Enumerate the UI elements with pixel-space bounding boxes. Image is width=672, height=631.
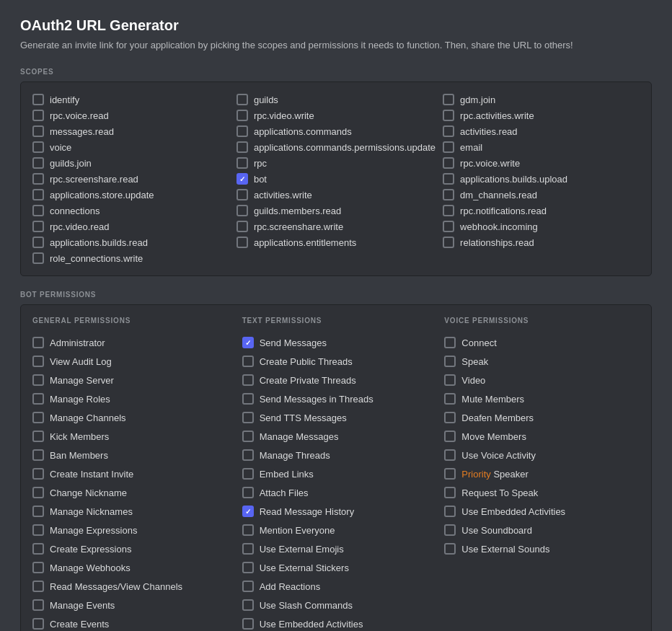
scope-checkbox-rpc.video.read[interactable] <box>32 221 44 232</box>
perm-checkbox-use_voice_activity[interactable] <box>444 449 456 461</box>
perm-checkbox-use_external_emojis[interactable] <box>242 543 254 555</box>
perm-checkbox-move_members[interactable] <box>444 431 456 442</box>
scope-item: identify <box>32 94 229 105</box>
perm-checkbox-create_private_threads[interactable] <box>242 374 254 386</box>
scope-checkbox-email[interactable] <box>443 141 454 153</box>
perm-checkbox-priority_speaker[interactable] <box>444 468 456 480</box>
scope-checkbox-guilds.join[interactable] <box>32 157 44 169</box>
scope-label-rpc.screenshare.read: rpc.screenshare.read <box>50 174 138 185</box>
perm-checkbox-kick_members[interactable] <box>32 431 44 442</box>
scope-label-rpc.voice.write: rpc.voice.write <box>460 158 520 169</box>
scope-checkbox-connections[interactable] <box>32 205 44 216</box>
scope-label-gdm.join: gdm.join <box>460 94 495 105</box>
perm-item: Speak <box>444 352 632 371</box>
scope-checkbox-applications.commands[interactable] <box>236 125 248 137</box>
perm-item: Send TTS Messages <box>242 408 430 427</box>
perm-checkbox-send_messages[interactable] <box>242 337 254 348</box>
perm-checkbox-manage_webhooks[interactable] <box>32 562 44 573</box>
scope-checkbox-applications.store.update[interactable] <box>32 189 44 200</box>
perm-checkbox-view_audit_log[interactable] <box>32 356 44 367</box>
perm-checkbox-request_to_speak[interactable] <box>444 487 456 498</box>
perm-checkbox-administrator[interactable] <box>32 337 44 348</box>
scope-checkbox-relationships.read[interactable] <box>443 237 454 248</box>
perm-checkbox-create_events[interactable] <box>32 618 44 630</box>
scope-item: rpc.screenshare.read <box>32 173 229 185</box>
scope-checkbox-applications.commands.permissions.update[interactable] <box>236 141 248 153</box>
scope-checkbox-rpc.screenshare.read[interactable] <box>32 173 44 185</box>
perm-checkbox-attach_files[interactable] <box>242 487 254 498</box>
scope-checkbox-activities.write[interactable] <box>236 189 248 200</box>
perm-checkbox-manage_server[interactable] <box>32 374 44 386</box>
scope-item: activities.read <box>443 125 640 137</box>
perm-item: Create Events <box>32 614 228 631</box>
scope-checkbox-guilds.members.read[interactable] <box>236 205 248 216</box>
perm-checkbox-manage_nicknames[interactable] <box>32 506 44 517</box>
scope-checkbox-messages.read[interactable] <box>32 125 44 137</box>
perm-checkbox-mute_members[interactable] <box>444 393 456 405</box>
perm-checkbox-speak[interactable] <box>444 356 456 367</box>
perm-checkbox-use_embedded_activities_text[interactable] <box>242 618 254 630</box>
perm-item: Use Slash Commands <box>242 596 430 614</box>
perm-checkbox-add_reactions[interactable] <box>242 581 254 592</box>
perm-checkbox-manage_events[interactable] <box>32 599 44 611</box>
perm-checkbox-manage_threads[interactable] <box>242 449 254 461</box>
perm-checkbox-send_messages_in_threads[interactable] <box>242 393 254 405</box>
perm-checkbox-use_slash_commands[interactable] <box>242 599 254 611</box>
scope-item: rpc.activities.write <box>443 110 640 121</box>
perm-item: Create Expressions <box>32 539 228 558</box>
perm-checkbox-read_message_history[interactable] <box>242 506 254 517</box>
page-title: OAuth2 URL Generator <box>20 17 652 34</box>
perm-checkbox-manage_channels[interactable] <box>32 412 44 423</box>
scope-checkbox-applications.builds.read[interactable] <box>32 237 44 248</box>
perm-checkbox-manage_messages[interactable] <box>242 431 254 442</box>
perm-label-request_to_speak: Request To Speak <box>461 487 538 498</box>
page-description: Generate an invite link for your applica… <box>20 40 652 50</box>
scope-checkbox-rpc.voice.read[interactable] <box>32 110 44 121</box>
perm-checkbox-deafen_members[interactable] <box>444 412 456 423</box>
scope-label-rpc.voice.read: rpc.voice.read <box>50 110 109 121</box>
perm-checkbox-embed_links[interactable] <box>242 468 254 480</box>
scope-checkbox-dm_channels.read[interactable] <box>443 189 454 200</box>
scope-checkbox-bot[interactable] <box>236 173 248 185</box>
scope-checkbox-rpc.notifications.read[interactable] <box>443 205 454 216</box>
scope-checkbox-rpc[interactable] <box>236 157 248 169</box>
perm-checkbox-ban_members[interactable] <box>32 449 44 461</box>
scope-checkbox-rpc.activities.write[interactable] <box>443 110 454 121</box>
perm-label-mention_everyone: Mention Everyone <box>260 525 335 536</box>
scope-checkbox-identify[interactable] <box>32 94 44 105</box>
perm-checkbox-video[interactable] <box>444 374 456 386</box>
perm-checkbox-mention_everyone[interactable] <box>242 524 254 536</box>
perm-checkbox-read_messages_view_channels[interactable] <box>32 581 44 592</box>
perm-item: Administrator <box>32 333 228 352</box>
perm-label-read_message_history: Read Message History <box>260 506 355 517</box>
scope-label-applications.commands.permissions.update: applications.commands.permissions.update <box>254 142 436 153</box>
perm-item: Use External Emojis <box>242 539 430 558</box>
perm-checkbox-use_embedded_activities[interactable] <box>444 506 456 517</box>
scope-checkbox-rpc.screenshare.write[interactable] <box>236 221 248 232</box>
scope-checkbox-voice[interactable] <box>32 141 44 153</box>
scope-checkbox-rpc.voice.write[interactable] <box>443 157 454 169</box>
scope-checkbox-rpc.video.write[interactable] <box>236 110 248 121</box>
perm-checkbox-use_soundboard[interactable] <box>444 524 456 536</box>
perm-item: Read Message History <box>242 502 430 521</box>
scope-checkbox-applications.builds.upload[interactable] <box>443 173 454 185</box>
perm-label-read_messages_view_channels: Read Messages/View Channels <box>50 581 182 592</box>
perm-checkbox-use_external_sounds[interactable] <box>444 543 456 555</box>
scope-label-rpc: rpc <box>254 158 267 169</box>
perm-checkbox-connect[interactable] <box>444 337 456 348</box>
perm-checkbox-create_expressions[interactable] <box>32 543 44 555</box>
scope-checkbox-activities.read[interactable] <box>443 125 454 137</box>
perm-checkbox-create_public_threads[interactable] <box>242 356 254 367</box>
perm-checkbox-create_instant_invite[interactable] <box>32 468 44 480</box>
perm-checkbox-manage_roles[interactable] <box>32 393 44 405</box>
perm-checkbox-manage_expressions[interactable] <box>32 524 44 536</box>
scope-checkbox-applications.entitlements[interactable] <box>236 237 248 248</box>
perm-checkbox-send_tts_messages[interactable] <box>242 412 254 423</box>
perm-checkbox-use_external_stickers[interactable] <box>242 562 254 573</box>
scope-checkbox-gdm.join[interactable] <box>443 94 454 105</box>
scope-checkbox-webhook.incoming[interactable] <box>443 221 454 232</box>
scope-checkbox-role_connections.write[interactable] <box>32 252 44 264</box>
scopes-section-label: SCOPES <box>20 68 652 76</box>
scope-checkbox-guilds[interactable] <box>236 94 248 105</box>
perm-checkbox-change_nickname[interactable] <box>32 487 44 498</box>
